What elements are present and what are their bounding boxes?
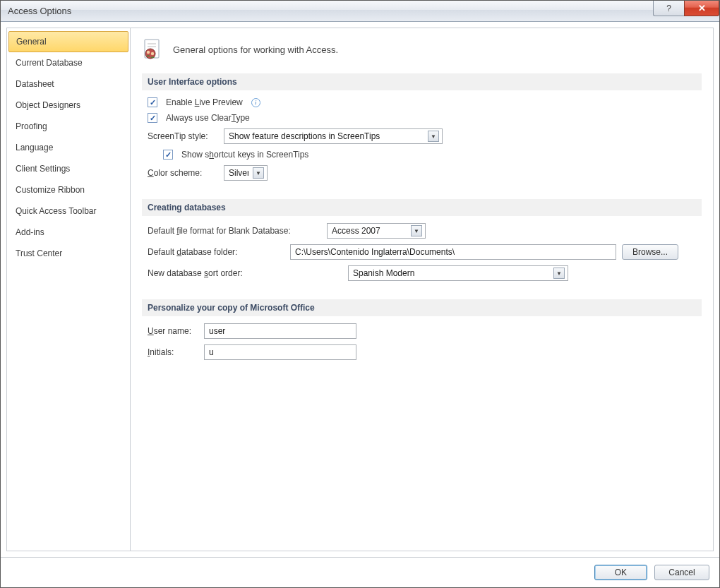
row-show-shortcut: Show shortcut keys in ScreenTips xyxy=(163,150,696,160)
help-button[interactable]: ? xyxy=(653,1,684,16)
sidebar-item-label: Datasheet xyxy=(16,79,54,89)
browse-button[interactable]: Browse... xyxy=(622,244,678,260)
label-show-shortcut: Show shortcut keys in ScreenTips xyxy=(181,150,308,160)
dialog-footer: OK Cancel xyxy=(1,557,719,587)
label-cleartype: Always use ClearType xyxy=(166,113,250,123)
select-color-scheme[interactable]: Silver ▼ xyxy=(224,165,268,181)
content-panel: General options for working with Access.… xyxy=(131,28,714,551)
section-ui-header: User Interface options xyxy=(142,73,702,90)
sidebar-item-label: General xyxy=(16,37,47,47)
sidebar-item-current-database[interactable]: Current Database xyxy=(7,52,130,73)
label-color-scheme: Color scheme: xyxy=(148,168,218,178)
select-value: Access 2007 xyxy=(332,226,407,236)
section-db-header: Creating databases xyxy=(142,199,702,216)
label-initials: Initials: xyxy=(148,347,198,357)
row-sort-order: New database sort order: Spanish Modern … xyxy=(148,265,696,281)
ok-button[interactable]: OK xyxy=(594,565,647,580)
sidebar-item-language[interactable]: Language xyxy=(7,137,130,158)
sidebar-item-datasheet[interactable]: Datasheet xyxy=(7,73,130,95)
section-personalize-body: User name: Initials: xyxy=(142,323,702,378)
titlebar: Access Options ? ✕ xyxy=(1,1,719,22)
row-enable-live-preview: Enable Live Preview i xyxy=(148,97,696,107)
label-enable-live-preview: Enable Live Preview xyxy=(166,97,243,107)
input-username[interactable] xyxy=(204,323,356,339)
sidebar-item-label: Add-ins xyxy=(16,227,44,237)
main-area: General Current Database Datasheet Objec… xyxy=(1,22,719,557)
select-value: Spanish Modern xyxy=(353,268,549,278)
label-screentip-style: ScreenTip style: xyxy=(148,131,218,141)
access-options-dialog: Access Options ? ✕ General Current Datab… xyxy=(0,0,720,588)
row-folder: Default database folder: Browse... xyxy=(148,244,696,260)
input-database-folder[interactable] xyxy=(290,244,616,260)
input-initials[interactable] xyxy=(204,344,356,360)
page-header: General options for working with Access. xyxy=(142,38,702,61)
row-cleartype: Always use ClearType xyxy=(148,113,696,123)
cancel-button[interactable]: Cancel xyxy=(654,565,709,580)
window-title: Access Options xyxy=(8,6,71,16)
row-color-scheme: Color scheme: Silver ▼ xyxy=(148,165,696,181)
svg-point-5 xyxy=(151,52,154,55)
checkbox-show-shortcut[interactable] xyxy=(163,150,173,160)
sidebar-item-label: Quick Access Toolbar xyxy=(16,206,97,216)
label-username: User name: xyxy=(148,326,198,336)
sidebar-item-client-settings[interactable]: Client Settings xyxy=(7,158,130,179)
sidebar-item-label: Object Designers xyxy=(16,100,80,110)
sidebar-item-proofing[interactable]: Proofing xyxy=(7,116,130,137)
select-value: Show feature descriptions in ScreenTips xyxy=(229,131,424,141)
label-sort-order: New database sort order: xyxy=(148,268,342,278)
select-sort-order[interactable]: Spanish Modern ▼ xyxy=(348,265,568,281)
sidebar-item-object-designers[interactable]: Object Designers xyxy=(7,95,130,116)
page-header-text: General options for working with Access. xyxy=(173,44,338,55)
sidebar: General Current Database Datasheet Objec… xyxy=(6,28,131,551)
label-folder: Default database folder: xyxy=(148,247,284,257)
sidebar-item-trust-center[interactable]: Trust Center xyxy=(7,243,130,264)
general-icon xyxy=(142,38,164,61)
checkbox-cleartype[interactable] xyxy=(148,113,157,123)
sidebar-item-label: Current Database xyxy=(16,58,83,68)
sidebar-item-label: Trust Center xyxy=(16,248,62,258)
label-file-format: Default file format for Blank Database: xyxy=(148,226,321,236)
sidebar-item-label: Client Settings xyxy=(16,164,70,174)
section-db-body: Default file format for Blank Database: … xyxy=(142,223,702,299)
sidebar-item-add-ins[interactable]: Add-ins xyxy=(7,222,130,243)
titlebar-controls: ? ✕ xyxy=(653,1,719,18)
dialog-body: General Current Database Datasheet Objec… xyxy=(1,22,719,587)
close-button[interactable]: ✕ xyxy=(684,1,719,16)
select-file-format[interactable]: Access 2007 ▼ xyxy=(327,223,426,239)
info-icon[interactable]: i xyxy=(251,98,260,107)
sidebar-item-quick-access-toolbar[interactable]: Quick Access Toolbar xyxy=(7,200,130,222)
chevron-down-icon: ▼ xyxy=(428,131,439,142)
svg-point-4 xyxy=(147,51,150,54)
chevron-down-icon: ▼ xyxy=(411,225,422,236)
sidebar-item-general[interactable]: General xyxy=(8,31,128,52)
checkbox-enable-live-preview[interactable] xyxy=(148,97,157,107)
sidebar-item-label: Proofing xyxy=(16,121,47,131)
sidebar-item-label: Customize Ribbon xyxy=(16,185,85,195)
row-initials: Initials: xyxy=(148,344,696,360)
row-file-format: Default file format for Blank Database: … xyxy=(148,223,696,239)
row-screentip-style: ScreenTip style: Show feature descriptio… xyxy=(148,128,696,144)
section-personalize-header: Personalize your copy of Microsoft Offic… xyxy=(142,299,702,316)
select-screentip-style[interactable]: Show feature descriptions in ScreenTips … xyxy=(224,128,443,144)
row-username: User name: xyxy=(148,323,696,339)
select-value: Silver xyxy=(229,168,248,178)
section-ui-body: Enable Live Preview i Always use ClearTy… xyxy=(142,97,702,199)
chevron-down-icon: ▼ xyxy=(253,167,264,179)
sidebar-item-label: Language xyxy=(16,143,53,152)
sidebar-item-customize-ribbon[interactable]: Customize Ribbon xyxy=(7,179,130,200)
chevron-down-icon: ▼ xyxy=(553,268,565,279)
